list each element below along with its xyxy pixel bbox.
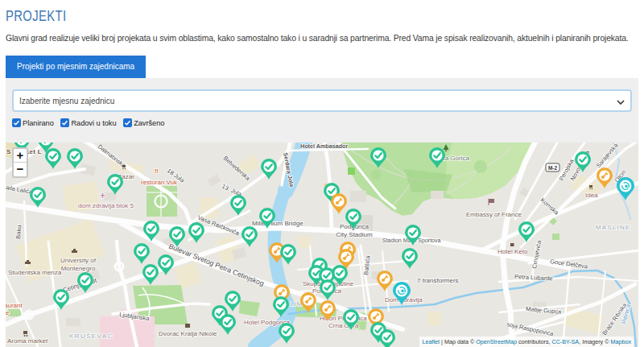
svg-text:e: e [6, 309, 10, 316]
svg-text:KRUŠEVAC: KRUŠEVAC [69, 333, 114, 340]
svg-text:dom zdravlja blok 5: dom zdravlja blok 5 [78, 202, 134, 209]
svg-text:+: + [100, 190, 105, 201]
svg-text:Idea: Idea [585, 192, 598, 199]
svg-text:Baku: Baku [14, 225, 23, 239]
svg-text:Hotel Keto: Hotel Keto [497, 248, 528, 255]
svg-text:M-2: M-2 [548, 165, 558, 171]
svg-text:Embassy of France: Embassy of France [466, 211, 522, 218]
svg-text:‼: ‼ [155, 167, 159, 175]
svg-text:aurant: aurant [6, 302, 23, 309]
svg-text:University of: University of [60, 257, 97, 264]
svg-text:Montenegro: Montenegro [61, 265, 96, 272]
svg-text:Aroma market: Aroma market [7, 337, 48, 345]
svg-text:MASLINE: MASLINE [596, 224, 631, 231]
svg-text:7 transformers: 7 transformers [417, 277, 459, 284]
svg-text:Millennium Bridge: Millennium Bridge [252, 220, 303, 227]
svg-text:restoran Vuk: restoran Vuk [141, 179, 178, 186]
svg-text:Hotel Ambasador: Hotel Ambasador [300, 143, 348, 150]
svg-text:City Stadium: City Stadium [336, 231, 373, 238]
svg-text:Studentska menza: Studentska menza [8, 269, 62, 276]
svg-text:Dvorac Kralja Nikole: Dvorac Kralja Nikole [159, 330, 217, 337]
